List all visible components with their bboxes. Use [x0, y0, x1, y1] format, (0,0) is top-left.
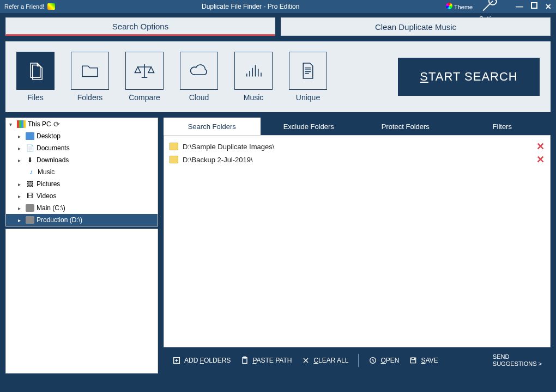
- tool-compare[interactable]: Compare: [125, 52, 164, 102]
- paste-path-button[interactable]: PASTE PATH: [240, 356, 292, 365]
- tree-root[interactable]: ▾This PC⟳: [6, 118, 158, 130]
- tab-clean-music[interactable]: Clean Duplicate Music: [281, 17, 551, 36]
- folder-icon: [170, 156, 178, 163]
- tree-item[interactable]: ♪Music: [6, 166, 158, 178]
- add-icon: [172, 356, 181, 365]
- clear-all-button[interactable]: CLEAR ALL: [301, 356, 348, 365]
- cloud-icon: [188, 59, 210, 82]
- videos-icon: 🎞: [26, 192, 34, 200]
- tool-unique[interactable]: Unique: [289, 52, 327, 102]
- theme-icon: [446, 3, 452, 9]
- window-title: Duplicate File Finder - Pro Edition: [55, 3, 446, 10]
- subtab-exclude-folders[interactable]: Exclude Folders: [261, 118, 358, 135]
- open-icon: [368, 356, 377, 365]
- divider: [358, 354, 359, 367]
- titlebar: Refer a Friend! Duplicate File Finder - …: [0, 0, 556, 13]
- folder-row[interactable]: D:\Backup 2-Jul-2019\✕: [170, 153, 545, 166]
- wrench-icon: [479, 0, 503, 14]
- tree-item-selected[interactable]: ▸Production (D:\): [6, 214, 158, 226]
- send-suggestions-button[interactable]: SENDSUGGESTIONS >: [493, 353, 542, 367]
- document-icon: [297, 59, 319, 82]
- tree-item[interactable]: ▸⬇Downloads: [6, 154, 158, 166]
- sidebar: ▾This PC⟳ ▸Desktop ▸📄Documents ▸⬇Downloa…: [5, 118, 158, 373]
- maximize-button[interactable]: [531, 2, 537, 9]
- drive-c-icon: [26, 204, 34, 212]
- subtab-protect-folders[interactable]: Protect Folders: [357, 118, 454, 135]
- music-icon: ♪: [27, 168, 35, 176]
- folder-icon: [78, 59, 101, 82]
- scales-icon: [133, 59, 156, 82]
- open-button[interactable]: OPEN: [368, 356, 399, 365]
- tree-item[interactable]: ▸🎞Videos: [6, 190, 158, 202]
- minimize-button[interactable]: —: [516, 2, 523, 11]
- documents-icon: 📄: [26, 144, 34, 152]
- tree-item[interactable]: ▸🖼Pictures: [6, 178, 158, 190]
- downloads-icon: ⬇: [26, 156, 34, 164]
- theme-button[interactable]: Theme: [446, 3, 473, 10]
- tree-item[interactable]: ▸Desktop: [6, 130, 158, 142]
- folder-subtabs: Search Folders Exclude Folders Protect F…: [164, 118, 551, 135]
- tool-cloud[interactable]: Cloud: [180, 52, 218, 102]
- folder-row[interactable]: D:\Sample Duplicate Images\✕: [170, 140, 545, 153]
- drive-d-icon: [26, 216, 34, 224]
- pictures-icon: 🖼: [26, 180, 34, 188]
- tool-folders[interactable]: Folders: [71, 52, 109, 102]
- tree-item[interactable]: ▸Main (C:\): [6, 202, 158, 214]
- toolbar: Files Folders Compare Cloud Music Unique…: [5, 41, 551, 112]
- footer-toolbar: ADD FOLDERS PASTE PATH CLEAR ALL OPEN SA…: [164, 347, 551, 373]
- subtab-search-folders[interactable]: Search Folders: [164, 118, 261, 135]
- remove-folder-icon[interactable]: ✕: [536, 140, 545, 152]
- desktop-icon: [26, 132, 34, 140]
- remove-folder-icon[interactable]: ✕: [536, 154, 545, 166]
- add-folders-button[interactable]: ADD FOLDERS: [172, 356, 231, 365]
- files-icon: [24, 59, 47, 82]
- paste-icon: [240, 356, 249, 365]
- folder-tree[interactable]: ▾This PC⟳ ▸Desktop ▸📄Documents ▸⬇Downloa…: [5, 118, 158, 226]
- subtab-filters[interactable]: Filters: [454, 118, 551, 135]
- tool-files[interactable]: Files: [16, 52, 55, 102]
- svg-rect-5: [412, 358, 415, 359]
- folder-list: D:\Sample Duplicate Images\✕ D:\Backup 2…: [164, 135, 551, 347]
- pc-icon: [17, 120, 26, 128]
- preview-panel: [5, 229, 158, 373]
- save-button[interactable]: SAVE: [409, 356, 438, 365]
- tree-item[interactable]: ▸📄Documents: [6, 142, 158, 154]
- tool-music[interactable]: Music: [234, 52, 273, 102]
- refer-friend-link[interactable]: Refer a Friend!: [4, 3, 44, 10]
- folder-icon: [170, 143, 178, 150]
- close-button[interactable]: ✕: [545, 2, 552, 11]
- refresh-icon[interactable]: ⟳: [53, 120, 60, 128]
- tab-search-options[interactable]: Search Options: [5, 17, 275, 36]
- refer-friend-icon: [47, 3, 55, 10]
- equalizer-icon: [242, 59, 265, 82]
- start-search-button[interactable]: START SEARCH: [398, 58, 540, 96]
- save-icon: [409, 356, 418, 365]
- clear-icon: [301, 356, 310, 365]
